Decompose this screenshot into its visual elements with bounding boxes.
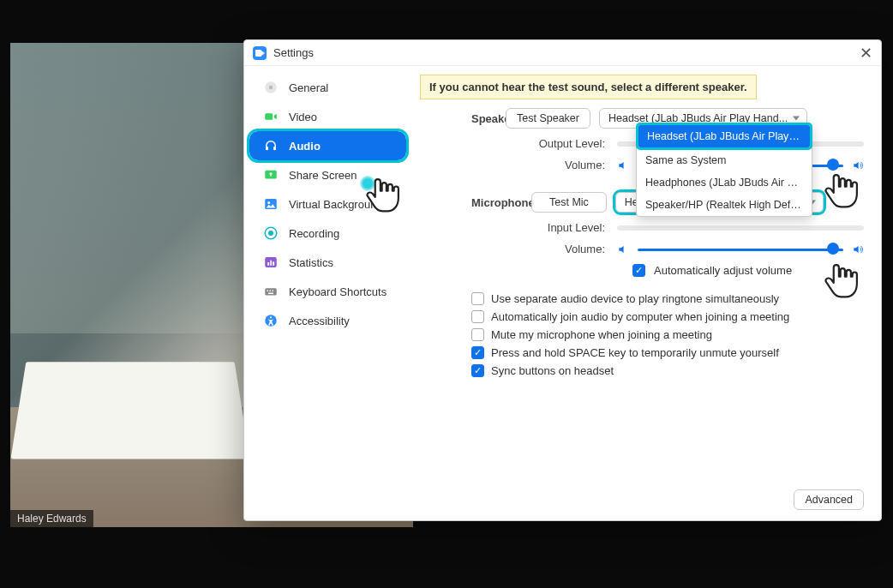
sidebar-item-label: Virtual Background — [289, 198, 383, 211]
auto-join-audio-label: Automatically join audio by computer whe… — [491, 310, 789, 323]
headphones-icon — [263, 138, 279, 153]
sidebar-item-label: Share Screen — [289, 169, 357, 182]
svg-rect-18 — [268, 293, 273, 295]
svg-rect-3 — [266, 147, 268, 151]
speaker-volume-label: Volume: — [420, 159, 617, 171]
sidebar-item-share-screen[interactable]: Share Screen — [249, 160, 406, 189]
close-button[interactable]: ✕ — [860, 45, 872, 61]
svg-rect-12 — [270, 261, 272, 266]
space-unmute-checkbox[interactable] — [471, 346, 484, 359]
sync-headset-label: Sync buttons on headset — [491, 364, 614, 377]
sidebar-item-virtual-background[interactable]: Virtual Background — [249, 189, 406, 219]
input-level-meter — [617, 225, 864, 231]
svg-point-1 — [269, 86, 273, 90]
speaker-dropdown: Headset (JLab JBuds Air Play Hands-Fre..… — [636, 123, 812, 217]
statistics-icon — [263, 255, 279, 270]
volume-low-icon — [617, 243, 629, 255]
svg-point-9 — [268, 231, 273, 236]
sync-headset-checkbox[interactable] — [471, 364, 484, 377]
mute-mic-label: Mute my microphone when joining a meetin… — [491, 328, 712, 341]
auto-join-audio-checkbox[interactable] — [471, 310, 484, 323]
sidebar-item-video[interactable]: Video — [249, 102, 406, 131]
window-title: Settings — [273, 46, 314, 59]
auto-adjust-volume-checkbox[interactable] — [632, 264, 645, 277]
virtual-bg-icon — [263, 196, 279, 212]
svg-rect-14 — [265, 288, 277, 295]
svg-rect-16 — [270, 291, 272, 292]
sidebar-item-recording[interactable]: Recording — [249, 219, 406, 248]
speaker-option[interactable]: Same as System — [637, 149, 812, 171]
sidebar-item-statistics[interactable]: Statistics — [249, 248, 406, 277]
sidebar-item-label: Audio — [289, 140, 321, 153]
separate-audio-label: Use separate audio device to play ringto… — [491, 292, 779, 305]
sidebar-item-accessibility[interactable]: Accessibility — [249, 306, 406, 335]
recording-icon — [263, 225, 279, 241]
auto-adjust-label: Automatically adjust volume — [654, 264, 792, 277]
separate-audio-checkbox[interactable] — [471, 292, 484, 305]
test-speaker-button[interactable]: Test Speaker — [506, 108, 590, 129]
mute-mic-checkbox[interactable] — [471, 328, 484, 341]
keyboard-icon — [263, 284, 279, 299]
mic-volume-label: Volume: — [420, 243, 617, 255]
zoom-app-icon — [253, 46, 267, 60]
sidebar-item-audio[interactable]: Audio — [249, 131, 406, 160]
video-icon — [263, 109, 279, 124]
sidebar-item-label: General — [289, 81, 328, 94]
svg-rect-13 — [273, 261, 274, 266]
microphone-heading: Microphone — [420, 196, 531, 209]
hint-banner: If you cannot hear the test sound, selec… — [420, 75, 757, 99]
mic-volume-slider[interactable] — [638, 247, 843, 252]
svg-rect-17 — [273, 291, 274, 292]
share-screen-icon — [263, 167, 279, 183]
sidebar-item-label: Recording — [289, 227, 339, 240]
sidebar-item-label: Accessibility — [289, 315, 350, 327]
participant-name: Haley Edwards — [10, 510, 93, 527]
settings-sidebar: General Video Audio Share Screen — [244, 66, 411, 520]
sidebar-item-general[interactable]: General — [249, 73, 406, 102]
speaker-option-selected[interactable]: Headset (JLab JBuds Air Play Hands-Fre..… — [638, 125, 810, 147]
speaker-option[interactable]: Speaker/HP (Realtek High Definition Au..… — [637, 194, 812, 216]
svg-rect-11 — [267, 262, 269, 266]
speaker-option[interactable]: Headphones (JLab JBuds Air Play Stereo) — [637, 171, 812, 194]
svg-rect-4 — [273, 147, 276, 151]
space-unmute-label: Press and hold SPACE key to temporarily … — [491, 346, 779, 359]
volume-low-icon — [617, 159, 629, 171]
advanced-button[interactable]: Advanced — [794, 489, 864, 510]
svg-point-20 — [270, 316, 272, 318]
speaker-heading: Speaker — [420, 112, 506, 125]
settings-window: Settings ✕ General Video Audio — [243, 39, 882, 521]
titlebar: Settings ✕ — [244, 40, 881, 66]
svg-rect-15 — [267, 291, 269, 292]
sidebar-item-label: Keyboard Shortcuts — [289, 285, 387, 298]
svg-point-7 — [267, 201, 270, 204]
volume-high-icon — [852, 159, 864, 171]
sidebar-item-label: Video — [289, 111, 317, 123]
accessibility-icon — [263, 313, 279, 328]
volume-high-icon — [852, 243, 864, 255]
output-level-label: Output Level: — [420, 137, 617, 150]
sidebar-item-label: Statistics — [289, 256, 333, 269]
sidebar-item-keyboard-shortcuts[interactable]: Keyboard Shortcuts — [249, 277, 406, 306]
svg-rect-2 — [265, 113, 273, 120]
input-level-label: Input Level: — [420, 221, 617, 234]
audio-settings-panel: If you cannot hear the test sound, selec… — [411, 66, 881, 520]
gear-icon — [263, 80, 279, 95]
test-mic-button[interactable]: Test Mic — [531, 192, 607, 213]
